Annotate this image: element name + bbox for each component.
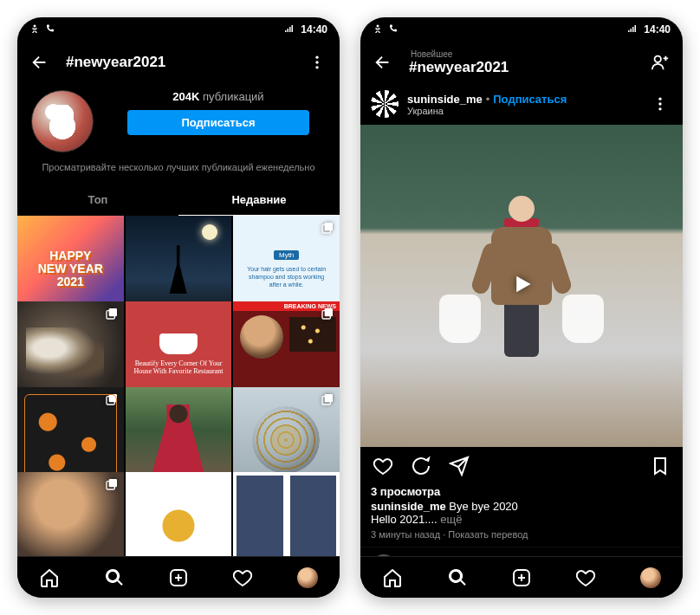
tile-text: Beautify Every Corner Of Your House With…	[126, 359, 232, 375]
svg-point-19	[658, 98, 661, 100]
viber-icon	[45, 23, 55, 36]
app-header: Новейшее #newyear2021	[360, 42, 683, 83]
caption-text-2: Hello 2021....	[371, 513, 438, 526]
tile-crowd	[289, 317, 336, 352]
tile-text: Your hair gets used to certain shampoo a…	[233, 265, 340, 288]
like-button[interactable]	[371, 454, 395, 478]
header-subtitle: Новейшее	[411, 49, 634, 59]
separator-dot: •	[486, 93, 490, 106]
nav-profile[interactable]	[638, 565, 664, 591]
nav-search[interactable]	[444, 565, 470, 591]
nav-home[interactable]	[379, 565, 405, 591]
caption-more[interactable]: ещё	[440, 513, 462, 526]
ok-icon	[373, 23, 383, 36]
status-bar: 14:40	[17, 17, 340, 42]
app-header: #newyear2021	[17, 42, 340, 83]
hero-note: Просматривайте несколько лучших публикац…	[42, 161, 314, 174]
nav-home[interactable]	[36, 565, 62, 591]
post-avatar[interactable]	[371, 90, 399, 118]
back-button[interactable]	[371, 50, 395, 74]
svg-point-1	[315, 56, 318, 59]
nav-profile[interactable]	[295, 565, 321, 591]
caption-username[interactable]: suninside_me	[371, 500, 446, 513]
svg-point-17	[377, 24, 379, 27]
avatar	[297, 567, 318, 588]
svg-rect-6	[108, 308, 116, 316]
nav-create[interactable]	[165, 565, 191, 591]
tab-top[interactable]: Топ	[17, 184, 178, 216]
carousel-icon	[321, 221, 334, 235]
hashtag-title: #newyear2021	[66, 54, 291, 71]
svg-rect-8	[325, 308, 333, 316]
post-header: suninside_me • Подписаться Украина	[360, 83, 683, 125]
bottom-nav	[17, 556, 340, 598]
grid-tile[interactable]	[17, 472, 124, 556]
more-button[interactable]	[305, 50, 329, 74]
nav-activity[interactable]	[230, 565, 256, 591]
status-bar: 14:40	[360, 17, 683, 42]
status-left-icons	[29, 23, 55, 36]
status-left-icons	[373, 23, 399, 36]
svg-rect-12	[325, 394, 333, 402]
next-post-header: imbkarteper • Подписаться	[360, 547, 683, 556]
viber-icon	[388, 23, 399, 36]
svg-point-3	[315, 66, 318, 68]
post-grid: mere darme ek sawal gunjta hai tum mere …	[17, 216, 340, 556]
back-button[interactable]	[28, 50, 52, 74]
caption-text: Bye bye 2020	[449, 500, 518, 513]
carousel-icon	[321, 392, 334, 406]
save-button[interactable]	[648, 454, 672, 478]
carousel-icon	[321, 307, 334, 320]
views-count: 3 просмотра	[371, 485, 672, 498]
avatar	[640, 567, 661, 588]
carousel-icon	[105, 307, 119, 320]
count-value: 204K	[172, 90, 199, 103]
grid-tile[interactable]: Celebrating new year in 2020 Celebrating…	[233, 472, 340, 556]
svg-point-18	[655, 56, 661, 62]
post-area: suninside_me • Подписаться Украина	[360, 83, 683, 556]
svg-rect-4	[325, 223, 333, 230]
publication-count: 204K публикаций	[172, 90, 263, 103]
tile-logo	[161, 508, 196, 543]
svg-point-2	[315, 61, 318, 63]
svg-point-20	[658, 102, 661, 105]
subscribe-button[interactable]: Подписаться	[127, 110, 309, 135]
svg-rect-10	[108, 394, 116, 402]
post-caption: suninside_me Bye bye 2020 Hello 2021....…	[371, 500, 672, 526]
nav-search[interactable]	[101, 565, 127, 591]
play-icon	[509, 272, 534, 300]
post-more-button[interactable]	[648, 92, 672, 116]
comment-button[interactable]	[409, 454, 433, 478]
status-right: 14:40	[283, 23, 327, 36]
add-user-button[interactable]	[648, 50, 672, 74]
count-label: публикаций	[203, 90, 264, 103]
grid-tile[interactable]	[126, 472, 232, 556]
post-actions	[360, 447, 683, 485]
carousel-icon	[105, 392, 119, 406]
hashtag-avatar[interactable]	[31, 90, 94, 152]
hashtag-hero: 204K публикаций Подписаться Просматривай…	[17, 83, 340, 184]
post-media[interactable]	[360, 125, 683, 447]
status-time: 14:40	[301, 23, 327, 36]
post-location[interactable]: Украина	[407, 106, 639, 116]
nav-create[interactable]	[509, 565, 535, 591]
phone-left: 14:40 #newyear2021 204K публикаций Подпи…	[17, 17, 340, 598]
phone-right: 14:40 Новейшее #newyear2021 suninside_me…	[360, 17, 683, 598]
signal-icon	[626, 23, 638, 36]
follow-link[interactable]: Подписаться	[493, 93, 567, 106]
post-username[interactable]: suninside_me	[407, 93, 483, 106]
svg-point-0	[34, 24, 36, 27]
status-right: 14:40	[626, 23, 671, 36]
svg-rect-11	[107, 396, 114, 404]
share-button[interactable]	[447, 454, 471, 478]
translate-link[interactable]: Показать перевод	[448, 529, 528, 540]
svg-point-21	[658, 107, 661, 110]
hashtag-title: #newyear2021	[409, 59, 634, 76]
carousel-icon	[105, 477, 119, 491]
tab-recent[interactable]: Недавние	[178, 184, 340, 216]
post-time: 3 минуты назад · Показать перевод	[371, 529, 672, 540]
tile-badge: Myth	[274, 250, 299, 260]
post-meta: 3 просмотра suninside_me Bye bye 2020 He…	[360, 485, 683, 547]
nav-activity[interactable]	[573, 565, 599, 591]
tile-logo	[159, 333, 198, 354]
